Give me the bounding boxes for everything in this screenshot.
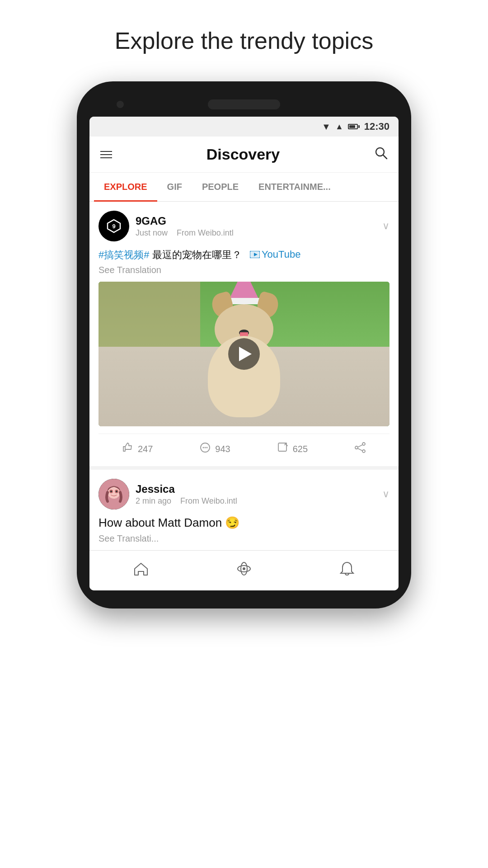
svg-point-14 bbox=[355, 446, 358, 449]
page-heading: Explore the trendy topics bbox=[115, 27, 373, 54]
post-2-author-name: Jessica bbox=[136, 483, 237, 495]
discover-icon bbox=[236, 561, 252, 580]
post-1-content-text: 最逗的宠物在哪里？ bbox=[152, 249, 242, 260]
bell-icon bbox=[339, 561, 355, 580]
repost-icon bbox=[277, 441, 289, 457]
status-bar: ▼ ▲ 12:30 bbox=[89, 117, 399, 137]
svg-point-10 bbox=[205, 447, 206, 448]
nav-discover[interactable] bbox=[222, 558, 266, 583]
avatar-9gag: 9 bbox=[99, 211, 129, 241]
post-card-2: Jessica 2 min ago From Weibo.intl ∨ How … bbox=[89, 470, 399, 550]
post-card-1: 9 9GAG Just now From Weibo.intl ∨ bbox=[89, 202, 399, 470]
phone-frame: ▼ ▲ 12:30 Discovery bbox=[77, 81, 411, 609]
svg-point-15 bbox=[362, 450, 365, 453]
phone-camera bbox=[117, 101, 124, 108]
post-2-see-translation[interactable]: See Translati... bbox=[99, 533, 389, 544]
avatar-jessica bbox=[99, 479, 129, 509]
post-1-actions: 247 943 bbox=[99, 434, 389, 466]
like-count: 247 bbox=[138, 444, 153, 454]
post-1-text: #搞笑视频# 最逗的宠物在哪里？ YouTube bbox=[99, 248, 389, 262]
play-triangle-icon bbox=[239, 347, 252, 361]
tabs-bar: EXPLORE GIF PEOPLE ENTERTAINME... bbox=[89, 173, 399, 202]
video-play-button[interactable] bbox=[228, 338, 260, 370]
post-1-video-thumbnail[interactable] bbox=[99, 282, 389, 426]
post-1-header: 9 9GAG Just now From Weibo.intl ∨ bbox=[99, 211, 389, 241]
repost-button[interactable]: 625 bbox=[277, 441, 308, 457]
bottom-navigation bbox=[89, 550, 399, 590]
home-icon bbox=[133, 561, 149, 580]
svg-point-23 bbox=[116, 491, 117, 492]
tab-explore[interactable]: EXPLORE bbox=[94, 173, 157, 201]
post-1-hashtag[interactable]: #搞笑视频# bbox=[99, 249, 149, 260]
post-1-author: 9 9GAG Just now From Weibo.intl bbox=[99, 211, 234, 241]
signal-icon: ▲ bbox=[335, 122, 343, 132]
svg-text:9: 9 bbox=[112, 223, 115, 230]
menu-button[interactable] bbox=[100, 151, 112, 158]
status-time: 12:30 bbox=[364, 121, 389, 132]
wifi-icon: ▼ bbox=[322, 122, 331, 132]
tab-gif[interactable]: GIF bbox=[157, 173, 192, 201]
app-header: Discovery bbox=[89, 137, 399, 173]
svg-point-13 bbox=[362, 443, 365, 445]
svg-point-9 bbox=[203, 447, 204, 448]
tab-entertainment[interactable]: ENTERTAINME... bbox=[249, 173, 341, 201]
tab-people[interactable]: PEOPLE bbox=[192, 173, 249, 201]
search-button[interactable] bbox=[374, 146, 388, 163]
post-1-expand-button[interactable]: ∨ bbox=[382, 220, 389, 232]
post-1-author-info: 9GAG Just now From Weibo.intl bbox=[136, 215, 234, 238]
svg-line-1 bbox=[383, 155, 387, 159]
nav-home[interactable] bbox=[119, 558, 163, 583]
svg-line-16 bbox=[358, 445, 362, 447]
post-1-author-name: 9GAG bbox=[136, 215, 234, 227]
post-1-meta: Just now From Weibo.intl bbox=[136, 228, 234, 238]
post-2-meta: 2 min ago From Weibo.intl bbox=[136, 496, 237, 506]
comment-button[interactable]: 943 bbox=[199, 441, 230, 457]
post-1-youtube-link[interactable]: YouTube bbox=[250, 248, 300, 262]
post-2-author-info: Jessica 2 min ago From Weibo.intl bbox=[136, 483, 237, 506]
post-2-author: Jessica 2 min ago From Weibo.intl bbox=[99, 479, 237, 509]
post-1-body: #搞笑视频# 最逗的宠物在哪里？ YouTube See Translation bbox=[99, 248, 389, 275]
phone-screen: ▼ ▲ 12:30 Discovery bbox=[89, 117, 399, 590]
like-icon bbox=[122, 441, 134, 457]
share-icon bbox=[354, 441, 366, 457]
svg-point-26 bbox=[243, 567, 245, 570]
post-2-text: How about Matt Damon 😏 bbox=[99, 516, 389, 530]
phone-speaker bbox=[208, 99, 280, 109]
phone-notch bbox=[89, 95, 399, 117]
repost-count: 625 bbox=[293, 444, 308, 454]
comment-icon bbox=[199, 441, 211, 457]
like-button[interactable]: 247 bbox=[122, 441, 153, 457]
app-title: Discovery bbox=[206, 146, 280, 163]
svg-point-11 bbox=[206, 447, 208, 448]
post-2-expand-button[interactable]: ∨ bbox=[382, 488, 389, 500]
post-2-header: Jessica 2 min ago From Weibo.intl ∨ bbox=[99, 479, 389, 509]
svg-line-17 bbox=[358, 448, 362, 451]
nav-notifications[interactable] bbox=[325, 558, 369, 583]
post-1-see-translation[interactable]: See Translation bbox=[99, 265, 389, 275]
svg-point-22 bbox=[110, 491, 112, 492]
battery-icon bbox=[348, 124, 360, 129]
share-button[interactable] bbox=[354, 441, 366, 457]
comment-count: 943 bbox=[215, 444, 230, 454]
